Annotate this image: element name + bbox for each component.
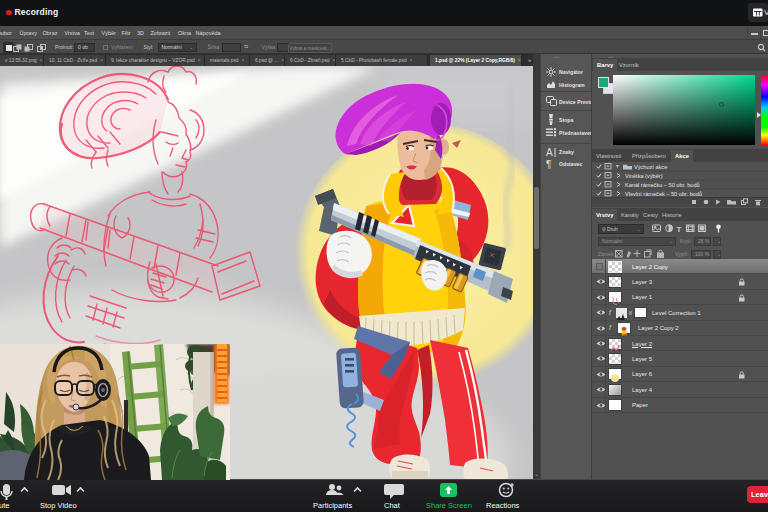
- svg-text:Participants: Participants: [313, 501, 352, 510]
- svg-text:¶: ¶: [546, 159, 551, 169]
- svg-text:ute: ute: [0, 501, 9, 510]
- svg-text:Chat: Chat: [384, 501, 401, 510]
- svg-text:T: T: [677, 225, 682, 234]
- svg-text:A: A: [546, 147, 553, 157]
- svg-text:Výchozí akce: Výchozí akce: [634, 164, 667, 170]
- svg-text:Kanál rámečku – 50 obr. bodů: Kanál rámečku – 50 obr. bodů: [625, 182, 700, 188]
- svg-text:Reactions: Reactions: [486, 501, 520, 510]
- svg-text:Share Screen: Share Screen: [426, 501, 472, 510]
- svg-text:Vinětka (výběr): Vinětka (výběr): [625, 173, 663, 179]
- svg-text:Stop Video: Stop Video: [40, 501, 77, 510]
